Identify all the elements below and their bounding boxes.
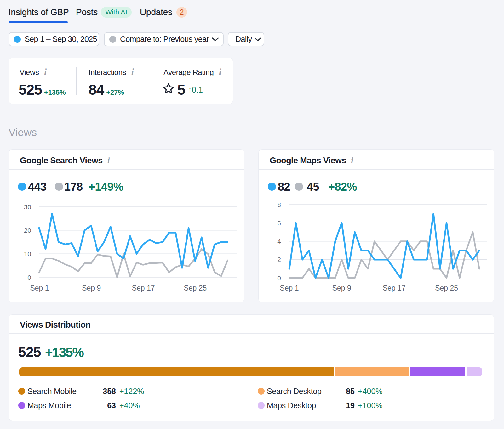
- svg-text:Sep 1: Sep 1: [280, 284, 299, 292]
- svg-text:Sep 25: Sep 25: [184, 284, 207, 292]
- svg-text:30: 30: [24, 203, 31, 211]
- svg-text:10: 10: [24, 250, 31, 257]
- svg-text:4: 4: [277, 238, 281, 245]
- svg-text:Sep 25: Sep 25: [435, 284, 458, 292]
- svg-text:Sep 17: Sep 17: [383, 284, 406, 292]
- svg-text:6: 6: [277, 219, 281, 227]
- svg-text:0: 0: [27, 274, 31, 281]
- svg-text:2: 2: [277, 256, 281, 263]
- svg-text:20: 20: [24, 227, 31, 234]
- svg-text:Sep 9: Sep 9: [332, 284, 351, 292]
- svg-text:8: 8: [277, 201, 281, 208]
- svg-text:Sep 1: Sep 1: [30, 284, 49, 292]
- svg-text:Sep 9: Sep 9: [82, 284, 101, 292]
- svg-text:0: 0: [277, 274, 281, 282]
- svg-text:Sep 17: Sep 17: [132, 284, 155, 292]
